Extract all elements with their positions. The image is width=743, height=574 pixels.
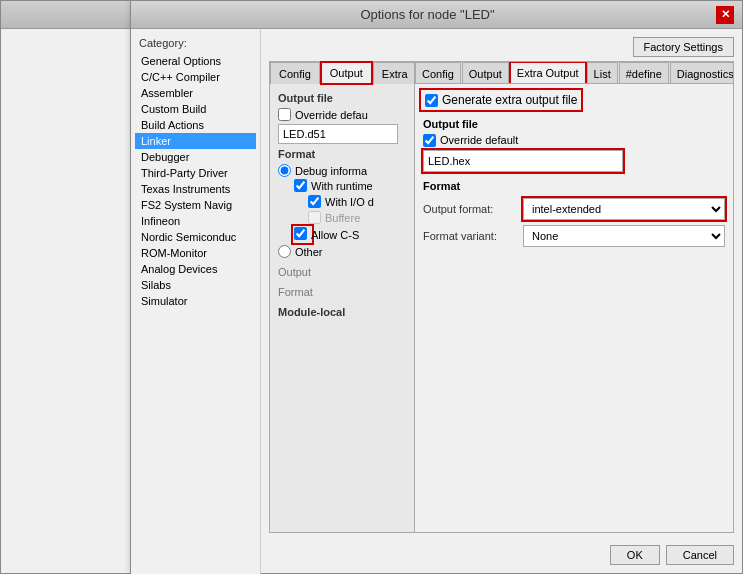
- with-runtime-label: With runtime: [311, 180, 373, 192]
- sidebar-item-simulator[interactable]: Simulator: [135, 293, 256, 309]
- format-variant-row: Format variant: None: [423, 225, 725, 247]
- tab-output2[interactable]: Output: [462, 62, 509, 84]
- right-tab-bar: Config Output Extra Output List #define …: [415, 62, 733, 84]
- override-default-row: Override default: [423, 134, 725, 147]
- bottom-bar: OK Cancel: [269, 545, 734, 565]
- allow-cs-label: Allow C-S: [311, 229, 359, 241]
- buffer-checkbox[interactable]: [308, 211, 321, 224]
- sidebar-item-third-party[interactable]: Third-Party Driver: [135, 165, 256, 181]
- sidebar-item-compiler[interactable]: C/C++ Compiler: [135, 69, 256, 85]
- output-format-label: Output format:: [423, 203, 523, 215]
- right-panel-content: Generate extra output file Output file O…: [415, 84, 733, 260]
- tab-config[interactable]: Config: [270, 62, 320, 84]
- sidebar-item-custom-build[interactable]: Custom Build: [135, 101, 256, 117]
- tab-diagnostics[interactable]: Diagnostics: [670, 62, 733, 84]
- main-titlebar: Options for node "LED" ✕: [131, 1, 742, 29]
- override-label: Override defau: [295, 109, 368, 121]
- output-format-row: Output format: intel-extended: [423, 198, 725, 220]
- with-io-label: With I/O d: [325, 196, 374, 208]
- sidebar-item-fs2[interactable]: FS2 System Navig: [135, 197, 256, 213]
- sidebar-item-texas[interactable]: Texas Instruments: [135, 181, 256, 197]
- buffer-label: Buffere: [325, 212, 360, 224]
- gen-extra-label: Generate extra output file: [442, 93, 577, 107]
- sidebar-item-nordic[interactable]: Nordic Semiconduc: [135, 229, 256, 245]
- tab-extra[interactable]: Extra: [373, 62, 417, 84]
- sidebar-item-linker[interactable]: Linker: [135, 133, 256, 149]
- main-window: Options for node "LED" ✕ Category: Gener…: [130, 0, 743, 574]
- sidebar-item-silabs[interactable]: Silabs: [135, 277, 256, 293]
- right-panel: Config Output Extra Output List #define …: [414, 61, 734, 533]
- debug-radio[interactable]: [278, 164, 291, 177]
- tab-config2[interactable]: Config: [415, 62, 461, 84]
- main-window-title: Options for node "LED": [139, 7, 716, 22]
- with-io-checkbox[interactable]: [308, 195, 321, 208]
- other-label: Other: [295, 246, 323, 258]
- allow-cs-checkbox[interactable]: [294, 227, 307, 240]
- gen-extra-container: Generate extra output file: [423, 92, 725, 110]
- sidebar-item-build-actions[interactable]: Build Actions: [135, 117, 256, 133]
- sidebar-item-general-options[interactable]: General Options: [135, 53, 256, 69]
- output-format-select[interactable]: intel-extended: [523, 198, 725, 220]
- sidebar-item-rom[interactable]: ROM-Monitor: [135, 245, 256, 261]
- format-header: Format: [423, 180, 725, 192]
- tab-output[interactable]: Output: [321, 62, 372, 84]
- override-default-label: Override default: [440, 134, 518, 146]
- tab-list[interactable]: List: [587, 62, 618, 84]
- tab-extra-output[interactable]: Extra Output: [510, 62, 586, 84]
- override-checkbox[interactable]: [278, 108, 291, 121]
- output-file-header: Output file: [423, 118, 725, 130]
- output-filename-input[interactable]: [278, 124, 398, 144]
- close-button[interactable]: ✕: [716, 6, 734, 24]
- override-default-checkbox[interactable]: [423, 134, 436, 147]
- with-runtime-checkbox[interactable]: [294, 179, 307, 192]
- format-variant-label: Format variant:: [423, 230, 523, 242]
- sidebar-item-infineon[interactable]: Infineon: [135, 213, 256, 229]
- ok-button[interactable]: OK: [610, 545, 660, 565]
- tabs-container: Config Output Extra Output file Override…: [269, 61, 734, 533]
- factory-settings-button[interactable]: Factory Settings: [633, 37, 734, 57]
- other-radio[interactable]: [278, 245, 291, 258]
- sidebar-item-assembler[interactable]: Assembler: [135, 85, 256, 101]
- sidebar-item-analog[interactable]: Analog Devices: [135, 261, 256, 277]
- debug-label: Debug informa: [295, 165, 367, 177]
- format-variant-select[interactable]: None: [523, 225, 725, 247]
- category-panel: Category: General Options C/C++ Compiler…: [131, 29, 261, 574]
- gen-extra-checkbox[interactable]: [425, 94, 438, 107]
- tab-define[interactable]: #define: [619, 62, 669, 84]
- category-label: Category:: [135, 37, 256, 49]
- cancel-button[interactable]: Cancel: [666, 545, 734, 565]
- sidebar-item-debugger[interactable]: Debugger: [135, 149, 256, 165]
- hex-filename-input[interactable]: [423, 150, 623, 172]
